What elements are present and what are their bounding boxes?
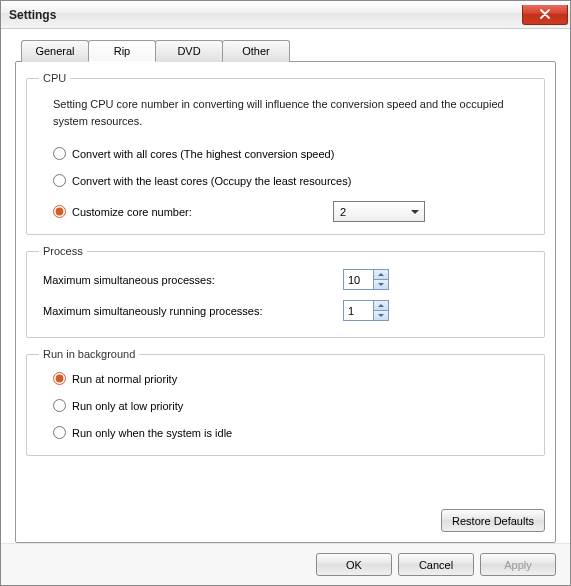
tab-other[interactable]: Other bbox=[222, 40, 290, 62]
cpu-radio-customize-label: Customize core number: bbox=[72, 206, 192, 218]
max-running-row: Maximum simultaneously running processes… bbox=[43, 300, 532, 321]
max-running-spinner bbox=[343, 300, 389, 321]
close-button[interactable] bbox=[522, 5, 568, 25]
ok-button[interactable]: OK bbox=[316, 553, 392, 576]
core-number-dropdown[interactable]: 2 bbox=[333, 201, 425, 222]
tab-panel-rip: CPU Setting CPU core number in convertin… bbox=[15, 61, 556, 543]
group-process: Process Maximum simultaneous processes: … bbox=[26, 245, 545, 338]
bg-option-normal-row: Run at normal priority bbox=[53, 372, 532, 385]
apply-button[interactable]: Apply bbox=[480, 553, 556, 576]
max-simultaneous-spinner bbox=[343, 269, 389, 290]
max-running-label: Maximum simultaneously running processes… bbox=[43, 305, 343, 317]
group-cpu-legend: CPU bbox=[39, 72, 70, 84]
settings-window: Settings General Rip DVD Other CPU Setti… bbox=[0, 0, 571, 586]
max-simultaneous-row: Maximum simultaneous processes: bbox=[43, 269, 532, 290]
bg-radio-idle-label: Run only when the system is idle bbox=[72, 427, 232, 439]
bg-radio-idle[interactable] bbox=[53, 426, 66, 439]
max-running-input[interactable] bbox=[343, 300, 373, 321]
dialog-footer: OK Cancel Apply bbox=[1, 543, 570, 585]
chevron-down-icon bbox=[378, 283, 384, 286]
cpu-option-all-cores-row: Convert with all cores (The highest conv… bbox=[53, 147, 532, 160]
window-title: Settings bbox=[9, 8, 56, 22]
core-number-value: 2 bbox=[340, 206, 346, 218]
chevron-down-icon bbox=[378, 314, 384, 317]
max-running-down[interactable] bbox=[373, 310, 389, 321]
cpu-radio-all-cores-label: Convert with all cores (The highest conv… bbox=[72, 148, 334, 160]
bg-option-low-row: Run only at low priority bbox=[53, 399, 532, 412]
close-icon bbox=[540, 9, 550, 19]
restore-defaults-button[interactable]: Restore Defaults bbox=[441, 509, 545, 532]
bg-radio-low[interactable] bbox=[53, 399, 66, 412]
tab-rip[interactable]: Rip bbox=[88, 40, 156, 62]
cpu-radio-all-cores[interactable] bbox=[53, 147, 66, 160]
max-simultaneous-label: Maximum simultaneous processes: bbox=[43, 274, 343, 286]
content-area: General Rip DVD Other CPU Setting CPU co… bbox=[1, 29, 570, 543]
max-running-up[interactable] bbox=[373, 300, 389, 310]
bg-option-idle-row: Run only when the system is idle bbox=[53, 426, 532, 439]
tab-dvd[interactable]: DVD bbox=[155, 40, 223, 62]
group-process-legend: Process bbox=[39, 245, 87, 257]
bg-radio-normal-label: Run at normal priority bbox=[72, 373, 177, 385]
chevron-up-icon bbox=[378, 304, 384, 307]
tabstrip: General Rip DVD Other bbox=[21, 39, 556, 61]
chevron-down-icon bbox=[406, 203, 423, 220]
titlebar: Settings bbox=[1, 1, 570, 29]
bg-radio-low-label: Run only at low priority bbox=[72, 400, 183, 412]
group-background-legend: Run in background bbox=[39, 348, 139, 360]
cpu-radio-customize[interactable] bbox=[53, 205, 66, 218]
tab-general[interactable]: General bbox=[21, 40, 89, 62]
cpu-radio-least-cores[interactable] bbox=[53, 174, 66, 187]
cpu-option-customize-row: Customize core number: 2 bbox=[53, 201, 532, 222]
group-background: Run in background Run at normal priority… bbox=[26, 348, 545, 456]
max-simultaneous-up[interactable] bbox=[373, 269, 389, 279]
cpu-option-least-cores-row: Convert with the least cores (Occupy the… bbox=[53, 174, 532, 187]
cpu-radio-least-cores-label: Convert with the least cores (Occupy the… bbox=[72, 175, 351, 187]
group-cpu: CPU Setting CPU core number in convertin… bbox=[26, 72, 545, 235]
max-simultaneous-down[interactable] bbox=[373, 279, 389, 290]
cpu-description: Setting CPU core number in converting wi… bbox=[53, 96, 532, 129]
max-simultaneous-input[interactable] bbox=[343, 269, 373, 290]
chevron-up-icon bbox=[378, 273, 384, 276]
restore-row: Restore Defaults bbox=[26, 503, 545, 532]
cancel-button[interactable]: Cancel bbox=[398, 553, 474, 576]
bg-radio-normal[interactable] bbox=[53, 372, 66, 385]
